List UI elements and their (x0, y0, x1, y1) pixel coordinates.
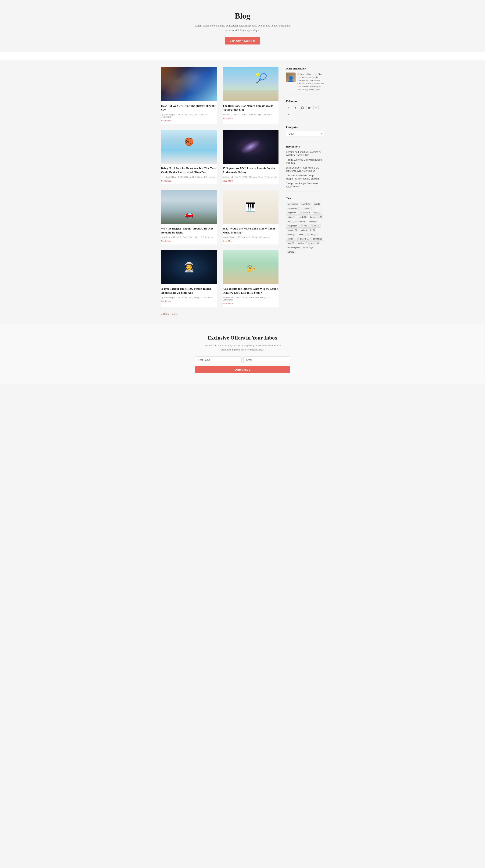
post-card-2: The Best: Jane Doe Named Female World Pl… (222, 67, 278, 124)
post-meta-6: by Arif | Nov 12, 2019 | Classic, Deux |… (222, 236, 278, 239)
categories-section: Categories Deux Drift Union Stow Classic… (286, 126, 324, 140)
tag-item[interactable]: emptiness (1) (286, 211, 301, 215)
tag-item[interactable]: solution (1) (296, 241, 308, 245)
divider-4 (286, 191, 324, 192)
tag-item[interactable]: flight (1) (312, 211, 322, 215)
read-more-6[interactable]: Read More (222, 240, 233, 242)
read-more-8[interactable]: Read More (222, 302, 233, 305)
tag-item[interactable]: quiz (1) (286, 241, 295, 245)
post-content-2: The Best: Jane Doe Named Female World Pl… (222, 101, 278, 122)
post-content-7: A Trip Back in Time: How People Talked A… (161, 284, 217, 305)
tag-item[interactable]: planeta (1) (298, 237, 310, 241)
tag-item[interactable]: happiness (1) (309, 215, 324, 219)
tag-item[interactable]: imagination (1) (286, 224, 302, 227)
tag-item[interactable]: motor vehicle (1) (299, 228, 316, 232)
recent-post-item[interactable]: Become an Expert on Research by Watching… (286, 151, 324, 157)
posts-row-3: Why the Biggest "Myths" About Cars May A… (161, 190, 278, 244)
author-section: Meet The Author Quisque id libero tellus… (286, 67, 324, 94)
tag-item[interactable]: activities (2) (286, 202, 299, 206)
tag-item[interactable]: future (1) (286, 215, 297, 219)
posts-row-1: How Did We Get Here? The History of Nigh… (161, 67, 278, 124)
tag-item[interactable]: players (1) (311, 237, 323, 241)
tag-item[interactable]: music (1) (286, 233, 297, 236)
tag-item[interactable]: life (2) (312, 224, 321, 227)
recent-posts-section: Recent Posts Become an Expert on Researc… (286, 145, 324, 192)
post-image-2 (222, 67, 278, 101)
post-content-3: Being No. 1 Isn't for Everyone, but This… (161, 164, 217, 184)
tag-item[interactable]: awards (1) (300, 202, 312, 206)
recent-post-item[interactable]: Things Everyone Gets Wrong About Polluti… (286, 158, 324, 165)
post-meta-4: by Marshall | Nov 12, 2019 | Alternate, … (222, 176, 278, 178)
tag-item[interactable]: comparison (1) (286, 207, 302, 210)
post-card-5: Why the Biggest "Myths" About Cars May A… (161, 190, 217, 244)
newsletter-button[interactable]: Join Our Newsletter (225, 37, 260, 44)
read-more-4[interactable]: Read More (222, 180, 233, 182)
categories-dropdown[interactable]: Deux Drift Union Stow Classic Sassy (286, 131, 324, 137)
tag-item[interactable]: work (1) (286, 250, 296, 254)
tag-item[interactable]: technology (2) (286, 246, 301, 249)
social-instagram[interactable] (300, 105, 305, 111)
post-title-4: 17 Superstars We'd Love to Recruit for t… (222, 166, 278, 175)
spacer (0, 52, 485, 60)
read-more-1[interactable]: Read More (161, 119, 171, 122)
post-card-3: Being No. 1 Isn't for Everyone, but This… (161, 130, 217, 184)
post-image-3 (161, 130, 217, 164)
social-twitter[interactable]: t (293, 105, 298, 111)
svg-point-2 (303, 107, 303, 107)
tag-item[interactable]: hobby (1) (307, 220, 318, 223)
post-content-5: Why the Biggest "Myths" About Cars May A… (161, 224, 217, 244)
tag-item[interactable]: facts (2) (301, 211, 311, 215)
social-icons-group: f t in b (286, 105, 324, 117)
social-facebook[interactable]: f (286, 105, 292, 111)
older-entries-link[interactable]: « Older Entries (161, 313, 178, 315)
categories-title: Categories (286, 126, 324, 129)
post-meta-2: by Lokesh | Nov 13, 2019 | Deux, Stow | … (222, 114, 278, 116)
tag-item[interactable]: people (3) (286, 237, 298, 241)
post-image-6 (222, 190, 278, 224)
blog-header: Blog Lorem ipsum dolor sit amet, consect… (0, 0, 485, 52)
svg-rect-0 (301, 106, 303, 109)
recent-post-item[interactable]: The Most Innovative Things Happening Wit… (286, 174, 324, 181)
tags-section: Tags activities (2)awards (1)car (1)comp… (286, 197, 324, 254)
recent-post-item[interactable]: Things Most People Don't Know About Roya… (286, 182, 324, 188)
post-content-1: How Did We Get Here? The History of Nigh… (161, 101, 217, 124)
post-card-7: A Trip Back in Time: How People Talked A… (161, 250, 217, 307)
author-section-title: Meet The Author (286, 67, 324, 70)
tag-item[interactable]: modern (1) (286, 228, 298, 232)
social-youtube[interactable] (306, 105, 312, 111)
recent-posts-list: Become an Expert on Research by Watching… (286, 151, 324, 188)
post-content-6: What Would the World Look Like Without M… (222, 224, 278, 244)
email-input[interactable] (243, 356, 290, 363)
subscribe-button[interactable]: Subscribe (195, 366, 290, 373)
read-more-7[interactable]: Read More (161, 300, 171, 303)
post-title-7: A Trip Back in Time: How People Talked A… (161, 287, 217, 295)
tag-item[interactable]: devices (1) (303, 207, 315, 210)
page-title: Blog (4, 11, 481, 21)
post-card-8: A Look Into the Future: What Will the Dr… (222, 250, 278, 307)
post-meta-3: by Lokesh | Nov 13, 2019 | Deux, Drift, … (161, 176, 217, 178)
read-more-2[interactable]: Read More (222, 117, 233, 120)
tag-item[interactable]: universe (4) (302, 246, 315, 249)
tag-item[interactable]: car (1) (313, 202, 321, 206)
social-linkedin[interactable]: in (313, 105, 319, 111)
tag-item[interactable]: guide (1) (298, 215, 308, 219)
tag-item[interactable]: help (1) (286, 220, 296, 223)
tag-item[interactable]: myth (1) (298, 233, 308, 236)
post-card-6: What Would the World Look Like Without M… (222, 190, 278, 244)
read-more-5[interactable]: Read More (161, 240, 171, 242)
tag-item[interactable]: new (2) (308, 233, 318, 236)
svg-point-1 (302, 107, 303, 108)
post-card-1: How Did We Get Here? The History of Nigh… (161, 67, 217, 124)
tag-item[interactable]: kids (1) (302, 224, 312, 227)
social-blog[interactable]: b (286, 112, 292, 117)
post-meta-5: by Arif | Nov 12, 2019 | Deux, Drift, Un… (161, 236, 217, 239)
read-more-3[interactable]: Read More (161, 180, 171, 182)
main-container: How Did We Get Here? The History of Nigh… (157, 60, 328, 323)
tag-item[interactable]: space (4) (309, 241, 321, 245)
recent-post-item[interactable]: Little Changes That'll Make a Big Differ… (286, 166, 324, 173)
footer-subtitle: Lorem ipsum dolor sit amet, consectetur … (203, 343, 282, 352)
tag-item[interactable]: hoax (1) (296, 220, 306, 223)
post-title-3: Being No. 1 Isn't for Everyone, but This… (161, 166, 217, 175)
first-name-input[interactable] (195, 356, 242, 363)
posts-row-2: Being No. 1 Isn't for Everyone, but This… (161, 130, 278, 184)
